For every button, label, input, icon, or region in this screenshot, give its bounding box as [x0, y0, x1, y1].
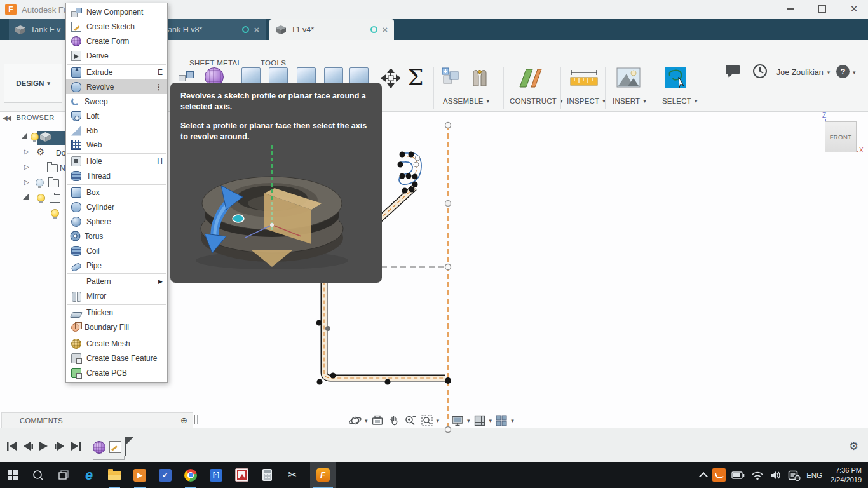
taskbar-calculator-button[interactable] — [254, 462, 280, 488]
menu-item-create-sketch[interactable]: Create Sketch — [66, 20, 167, 34]
menu-item-boundary-fill[interactable]: Boundary Fill — [66, 320, 167, 335]
expand-triangle-icon[interactable] — [23, 194, 29, 200]
menu-item-sweep[interactable]: Sweep — [66, 94, 167, 109]
assemble-group[interactable]: ASSEMBLE▾ — [443, 97, 489, 105]
menu-item-hole[interactable]: HoleH — [66, 154, 167, 169]
step-back-icon[interactable] — [22, 441, 34, 451]
taskbar-file-explorer-button[interactable] — [102, 462, 127, 488]
tab-close-icon[interactable]: × — [383, 25, 388, 35]
select-tool-icon[interactable] — [665, 67, 686, 88]
measure-tool-icon[interactable] — [569, 69, 599, 88]
select-group[interactable]: SELECT▾ — [662, 97, 698, 105]
ribbon-tab-sheet-metal[interactable]: SHEET METAL — [189, 59, 241, 67]
collapse-panel-icon[interactable]: ◀◀ — [3, 114, 10, 121]
user-account-menu[interactable]: Joe Zoulikian ▾ — [776, 68, 830, 77]
close-button[interactable]: ✕ — [840, 0, 868, 18]
battery-icon[interactable] — [731, 470, 745, 480]
collapsed-caret-icon[interactable]: ▷ — [24, 148, 29, 155]
fit-caret-icon[interactable]: ▾ — [437, 417, 440, 424]
ribbon-tab-tools[interactable]: TOOLS — [261, 59, 286, 67]
visibility-bulb-icon[interactable] — [51, 209, 59, 217]
workspace-selector[interactable]: DESIGN ▾ — [4, 64, 62, 103]
display-caret-icon[interactable]: ▾ — [467, 417, 470, 424]
collapsed-caret-icon[interactable]: ▷ — [24, 179, 29, 186]
go-to-start-icon[interactable] — [6, 441, 18, 451]
taskbar-search-button[interactable] — [25, 462, 51, 488]
version-history-icon[interactable] — [752, 64, 768, 79]
menu-item-thicken[interactable]: Thicken — [66, 306, 167, 320]
action-center-icon[interactable] — [788, 470, 801, 481]
zoom-icon[interactable] — [403, 414, 417, 428]
menu-item-derive[interactable]: Derive — [66, 49, 167, 64]
pan-hand-icon[interactable] — [387, 414, 401, 428]
add-comment-icon[interactable]: ⊕ — [180, 416, 187, 425]
menu-item-create-pcb[interactable]: Create PCB — [66, 365, 167, 380]
construct-tool-icon[interactable] — [516, 65, 543, 91]
new-component-tool-icon[interactable] — [441, 67, 463, 88]
inspect-group[interactable]: INSPECT▾ — [567, 97, 606, 105]
menu-item-create-base-feature[interactable]: Create Base Feature — [66, 351, 167, 365]
panel-resize-handle[interactable] — [194, 415, 195, 424]
comments-bar[interactable]: COMMENTS ⊕ — [1, 412, 193, 428]
wifi-icon[interactable] — [751, 470, 764, 480]
move-copy-tool-icon[interactable] — [381, 69, 400, 88]
visibility-bulb-icon[interactable] — [31, 133, 39, 141]
menu-item-torus[interactable]: Torus — [66, 229, 167, 243]
insert-group[interactable]: INSERT▾ — [613, 97, 646, 105]
menu-item-pipe[interactable]: Pipe — [66, 258, 167, 273]
visibility-bulb-off-icon[interactable] — [36, 179, 44, 187]
language-indicator[interactable]: ENG — [806, 471, 822, 479]
help-icon[interactable]: ? — [836, 65, 850, 78]
parameters-tool-icon[interactable]: Σ — [407, 64, 423, 90]
construct-group[interactable]: CONSTRUCT▾ — [510, 97, 563, 105]
tab-close-icon[interactable]: × — [254, 25, 259, 35]
menu-item-create-mesh[interactable]: Create Mesh — [66, 337, 167, 351]
menu-item-web[interactable]: Web — [66, 138, 167, 152]
hidden-icons-chevron-icon[interactable] — [699, 471, 708, 480]
help-caret-icon[interactable]: ▾ — [853, 69, 856, 76]
taskbar-todo-button[interactable]: ✓ — [153, 462, 178, 488]
doc-tab-t1-active[interactable]: T1 v4* × — [269, 19, 394, 40]
taskbar-clock[interactable]: 7:36 PM 2/24/2019 — [828, 466, 862, 485]
look-at-icon[interactable] — [370, 414, 384, 428]
comments-icon[interactable] — [726, 65, 740, 74]
viewports-icon[interactable] — [494, 414, 508, 428]
menu-item-new-component[interactable]: New Component — [66, 5, 167, 20]
taskbar-snipping-button[interactable]: ✂ — [280, 462, 305, 488]
menu-item-sphere[interactable]: Sphere — [66, 214, 167, 229]
go-to-end-icon[interactable] — [70, 441, 81, 451]
grid-caret-icon[interactable]: ▾ — [489, 417, 492, 424]
taskbar-dev-app-button[interactable]: [·] — [203, 462, 229, 488]
maximize-button[interactable] — [808, 0, 836, 18]
menu-item-create-form[interactable]: Create Form — [66, 34, 167, 49]
component-tool-icon[interactable] — [179, 70, 194, 81]
menu-item-revolve[interactable]: Revolve⋮ — [66, 79, 167, 94]
menu-item-thread[interactable]: Thread — [66, 169, 167, 184]
collapsed-caret-icon[interactable]: ▷ — [24, 163, 29, 170]
joint-tool-icon[interactable] — [470, 67, 489, 88]
fit-icon[interactable] — [420, 414, 434, 428]
tree-row-label[interactable]: Do — [56, 149, 65, 158]
timeline-form-feature-icon[interactable] — [93, 441, 105, 454]
grid-icon[interactable] — [473, 414, 487, 428]
start-button[interactable] — [0, 462, 25, 488]
menu-item-coil[interactable]: Coil — [66, 243, 167, 258]
menu-item-rib[interactable]: Rib — [66, 123, 167, 138]
timeline-sketch-feature-icon[interactable] — [109, 441, 121, 453]
step-forward-icon[interactable] — [54, 441, 65, 451]
more-options-icon[interactable]: ⋮ — [155, 83, 163, 92]
play-icon[interactable] — [38, 441, 50, 451]
menu-item-mirror[interactable]: Mirror — [66, 289, 167, 304]
taskbar-edge-button[interactable]: e — [76, 462, 102, 488]
minimize-button[interactable] — [776, 0, 804, 18]
menu-item-pattern[interactable]: Pattern▶ — [66, 274, 167, 289]
menu-item-loft[interactable]: Loft — [66, 109, 167, 123]
taskbar-chrome-button[interactable] — [178, 462, 203, 488]
viewcube-front-face[interactable]: FRONT — [825, 121, 857, 152]
menu-item-cylinder[interactable]: Cylinder — [66, 200, 167, 215]
taskbar-fusion-360-button[interactable]: F — [310, 462, 336, 488]
visibility-bulb-icon[interactable] — [37, 194, 45, 202]
panel-resize-handle[interactable] — [197, 415, 198, 424]
tray-app-icon[interactable] — [712, 468, 726, 482]
expанd-triangle-icon[interactable] — [22, 133, 27, 139]
